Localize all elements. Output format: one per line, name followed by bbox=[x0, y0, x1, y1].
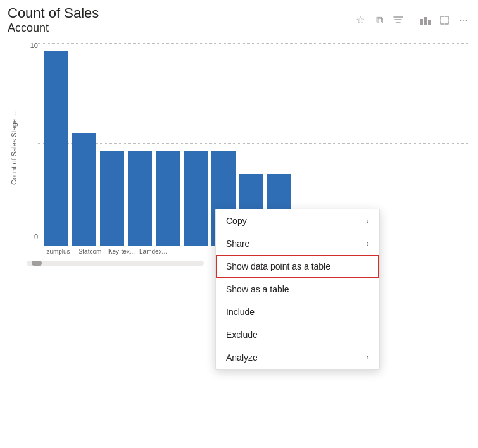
y-axis-label: Count of Sales Stage ... bbox=[8, 40, 20, 256]
menu-item-include[interactable]: Include bbox=[216, 301, 379, 323]
x-label-keytex: Key-tex... bbox=[108, 248, 135, 256]
duplicate-icon[interactable]: ⧉ bbox=[372, 13, 386, 27]
expand-icon[interactable] bbox=[437, 13, 451, 27]
toolbar: ☆ ⧉ ··· bbox=[353, 13, 470, 27]
menu-item-show-as-table[interactable]: Show as a table bbox=[216, 278, 379, 301]
chevron-icon-analyze: › bbox=[367, 353, 369, 362]
y-tick-10: 10 bbox=[23, 42, 38, 49]
bar-5[interactable] bbox=[156, 151, 180, 246]
menu-item-analyze-label: Analyze bbox=[226, 352, 258, 363]
bar-statcom[interactable] bbox=[72, 133, 96, 246]
svg-rect-0 bbox=[420, 19, 423, 25]
scrollbar-thumb[interactable] bbox=[32, 261, 42, 266]
menu-item-show-data-point[interactable]: Show data point as a table bbox=[216, 255, 379, 278]
menu-item-analyze[interactable]: Analyze › bbox=[216, 346, 379, 369]
bar-zumplus[interactable] bbox=[44, 51, 68, 246]
bar-lamdex[interactable] bbox=[128, 151, 152, 246]
filter-icon[interactable] bbox=[391, 13, 405, 27]
svg-rect-2 bbox=[428, 20, 431, 25]
menu-item-show-as-table-label: Show as a table bbox=[226, 284, 289, 294]
menu-item-show-data-point-label: Show data point as a table bbox=[226, 261, 330, 271]
scrollbar-track[interactable] bbox=[27, 261, 204, 266]
chart-title: Count of Sales bbox=[8, 5, 99, 22]
chart-subtitle: Account bbox=[8, 22, 99, 35]
bar-6[interactable] bbox=[184, 151, 208, 246]
more-options-icon[interactable]: ··· bbox=[456, 13, 470, 27]
bar-keytex[interactable] bbox=[100, 151, 124, 246]
x-label-statcom: Statcom bbox=[76, 248, 104, 256]
chart-header: Count of Sales Account ☆ ⧉ ··· bbox=[8, 5, 470, 35]
x-label-lamdex: Lamdex... bbox=[139, 248, 167, 256]
context-menu: Copy › Share › Show data point as a tabl… bbox=[215, 209, 380, 370]
chevron-icon-copy: › bbox=[367, 216, 369, 225]
x-label-5 bbox=[171, 248, 199, 256]
star-icon[interactable]: ☆ bbox=[353, 13, 367, 27]
chart-title-block: Count of Sales Account bbox=[8, 5, 99, 35]
menu-item-exclude-label: Exclude bbox=[226, 330, 258, 340]
toolbar-divider bbox=[412, 15, 412, 26]
chart-container: Count of Sales Account ☆ ⧉ ··· bbox=[0, 0, 478, 448]
menu-item-share-label: Share bbox=[226, 239, 249, 249]
chevron-icon-share: › bbox=[367, 239, 369, 248]
menu-item-copy[interactable]: Copy › bbox=[216, 209, 379, 232]
y-tick-0: 0 bbox=[23, 233, 38, 240]
chart-type-icon[interactable] bbox=[418, 13, 432, 27]
x-label-zumplus: zumplus bbox=[44, 248, 72, 256]
menu-item-share[interactable]: Share › bbox=[216, 232, 379, 255]
menu-item-exclude[interactable]: Exclude bbox=[216, 323, 379, 346]
svg-rect-1 bbox=[424, 17, 427, 25]
menu-item-copy-label: Copy bbox=[226, 216, 247, 226]
menu-item-include-label: Include bbox=[226, 307, 255, 317]
